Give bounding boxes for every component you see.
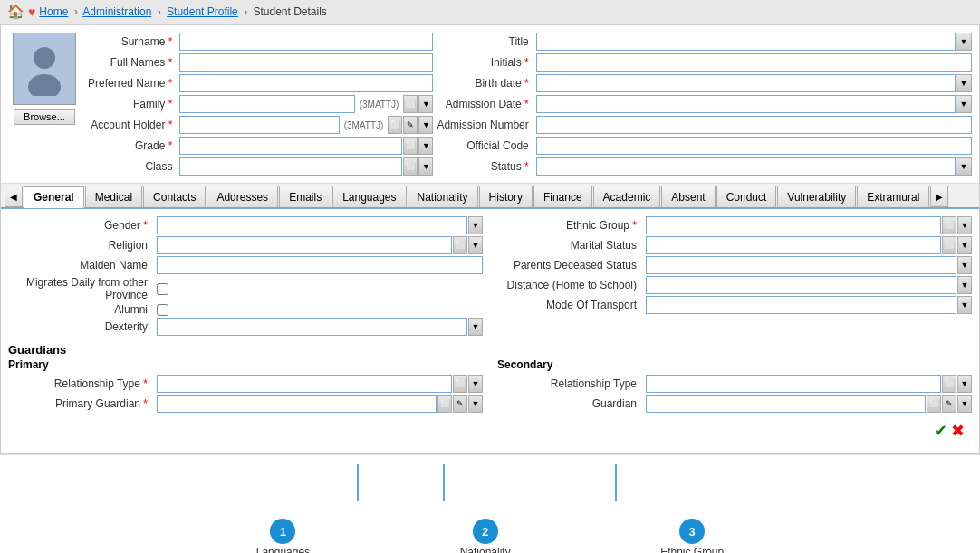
family-input[interactable]: M (179, 95, 354, 113)
ethnic-input[interactable] (646, 216, 941, 234)
breadcrumb-admin[interactable]: Administration (82, 5, 151, 18)
tab-addresses[interactable]: Addresses (207, 186, 278, 207)
family-field[interactable]: M (3MATTJ) ⬜ ▼ (179, 95, 433, 113)
ethnic-dropdown-btn[interactable]: ▼ (957, 216, 972, 234)
birthdate-dropdown-btn[interactable]: ▼ (956, 74, 972, 92)
tab-prev-btn[interactable]: ◀ (5, 186, 23, 207)
tab-emails[interactable]: Emails (279, 186, 331, 207)
tab-finance[interactable]: Finance (533, 186, 592, 207)
initials-input[interactable]: JH (536, 53, 972, 72)
fullnames-input[interactable] (179, 53, 433, 72)
guardian2-input[interactable]: VA (646, 395, 926, 413)
grade-field[interactable]: GRADE 7 ⬜ ▼ (179, 137, 433, 155)
grade-input[interactable]: GRADE 7 (179, 137, 402, 155)
migrates-field[interactable] (157, 283, 483, 295)
tab-conduct[interactable]: Conduct (716, 186, 777, 207)
tab-nationality[interactable]: Nationality (408, 186, 478, 207)
preferred-field[interactable]: JOHN (179, 74, 433, 92)
marital-lookup-btn[interactable]: ⬜ (942, 236, 956, 254)
marital-field[interactable]: N/A ⬜ ▼ (646, 236, 972, 254)
reltype2-field[interactable]: MOTHER ⬜ ▼ (646, 375, 972, 393)
tab-next-btn[interactable]: ▶ (930, 186, 948, 207)
primary-guardian-dropdown-btn[interactable]: ▼ (468, 395, 483, 413)
guardian2-edit-btn[interactable]: ✎ (942, 395, 956, 413)
class-field[interactable]: GR 7C ⬜ ▼ (179, 157, 433, 176)
tab-absent[interactable]: Absent (661, 186, 715, 207)
gender-dropdown-btn[interactable]: ▼ (468, 216, 483, 234)
primary-guardian-edit-btn[interactable]: ✎ (453, 395, 467, 413)
ethnic-lookup-btn[interactable]: ⬜ (942, 216, 956, 234)
maiden-field[interactable] (157, 256, 483, 274)
surname-input[interactable]: M (179, 33, 433, 51)
ethnic-field[interactable]: ⬜ ▼ (646, 216, 972, 234)
officialcode-input[interactable] (536, 137, 972, 155)
transport-field[interactable]: ▼ (646, 296, 972, 314)
marital-input[interactable]: N/A (646, 236, 941, 254)
alumni-field[interactable] (157, 304, 483, 316)
title-field[interactable]: ▼ (536, 33, 972, 51)
parents-dec-field[interactable]: ▼ (646, 256, 972, 274)
accholder-dropdown-btn[interactable]: ▼ (418, 116, 433, 134)
family-dropdown-btn[interactable]: ▼ (418, 95, 433, 113)
reltype-input[interactable]: FATHER (157, 375, 452, 393)
reltype2-input[interactable]: MOTHER (646, 375, 941, 393)
parents-dec-dropdown-btn[interactable]: ▼ (957, 256, 972, 274)
status-field[interactable]: Enrolled ▼ (536, 157, 972, 176)
grade-dropdown-btn[interactable]: ▼ (418, 137, 433, 155)
guardian2-lookup-btn[interactable]: ⬜ (927, 395, 941, 413)
dexterity-input[interactable] (157, 318, 467, 336)
tab-extramural[interactable]: Extramural (857, 186, 929, 207)
religion-dropdown-btn[interactable]: ▼ (468, 236, 483, 254)
admdate-input[interactable]: /01/13 (536, 95, 956, 113)
alumni-checkbox[interactable] (157, 304, 168, 316)
family-lookup-btn[interactable]: ⬜ (403, 95, 418, 113)
accholder-edit-btn[interactable]: ✎ (403, 116, 418, 134)
officialcode-field[interactable] (536, 137, 972, 155)
guardian2-dropdown-btn[interactable]: ▼ (957, 395, 972, 413)
class-input[interactable]: GR 7C (179, 157, 402, 176)
distance-field[interactable]: ▼ (646, 276, 972, 294)
admdate-field[interactable]: /01/13 ▼ (536, 95, 972, 113)
accholder-lookup-btn[interactable]: ⬜ (388, 116, 402, 134)
tab-contacts[interactable]: Contacts (143, 186, 206, 207)
tab-vulnerability[interactable]: Vulnerability (777, 186, 856, 207)
guardian2-field[interactable]: VA ⬜ ✎ ▼ (646, 395, 972, 413)
dexterity-dropdown-btn[interactable]: ▼ (468, 318, 483, 336)
browse-button[interactable]: Browse... (14, 109, 75, 125)
reltype-field[interactable]: FATHER ⬜ ▼ (157, 375, 483, 393)
cancel-button[interactable]: ✖ (951, 421, 965, 441)
birthdate-field[interactable]: /07/26 ▼ (536, 74, 972, 92)
reltype2-lookup-btn[interactable]: ⬜ (942, 375, 956, 393)
title-input[interactable] (536, 33, 956, 51)
breadcrumb-profile[interactable]: Student Profile (167, 5, 238, 18)
birthdate-input[interactable]: /07/26 (536, 74, 956, 92)
tab-academic[interactable]: Academic (593, 186, 661, 207)
accholder-input[interactable] (179, 116, 339, 134)
reltype-lookup-btn[interactable]: ⬜ (453, 375, 467, 393)
class-lookup-btn[interactable]: ⬜ (403, 157, 418, 176)
tab-languages[interactable]: Languages (332, 186, 406, 207)
transport-dropdown-btn[interactable]: ▼ (957, 296, 972, 314)
reltype2-dropdown-btn[interactable]: ▼ (957, 375, 972, 393)
fullnames-field[interactable] (179, 53, 433, 72)
reltype-dropdown-btn[interactable]: ▼ (468, 375, 483, 393)
tab-medical[interactable]: Medical (85, 186, 142, 207)
admnum-input[interactable] (536, 116, 972, 134)
maiden-input[interactable] (157, 256, 483, 274)
primary-guardian-field[interactable]: MA ⬜ ✎ ▼ (157, 395, 483, 413)
religion-input[interactable] (157, 236, 452, 254)
tab-history[interactable]: History (479, 186, 533, 207)
tab-general[interactable]: General (24, 186, 84, 208)
dexterity-field[interactable]: ▼ (157, 318, 483, 336)
status-input[interactable]: Enrolled (536, 157, 956, 176)
migrates-checkbox[interactable] (157, 283, 168, 295)
primary-guardian-lookup-btn[interactable]: ⬜ (437, 395, 452, 413)
marital-dropdown-btn[interactable]: ▼ (957, 236, 972, 254)
distance-dropdown-btn[interactable]: ▼ (957, 276, 972, 294)
primary-guardian-input[interactable]: MA (157, 395, 437, 413)
admnum-field[interactable] (536, 116, 972, 134)
preferred-input[interactable]: JOHN (179, 74, 433, 92)
title-dropdown-btn[interactable]: ▼ (956, 33, 972, 51)
grade-lookup-btn[interactable]: ⬜ (403, 137, 418, 155)
distance-input[interactable] (646, 276, 956, 294)
